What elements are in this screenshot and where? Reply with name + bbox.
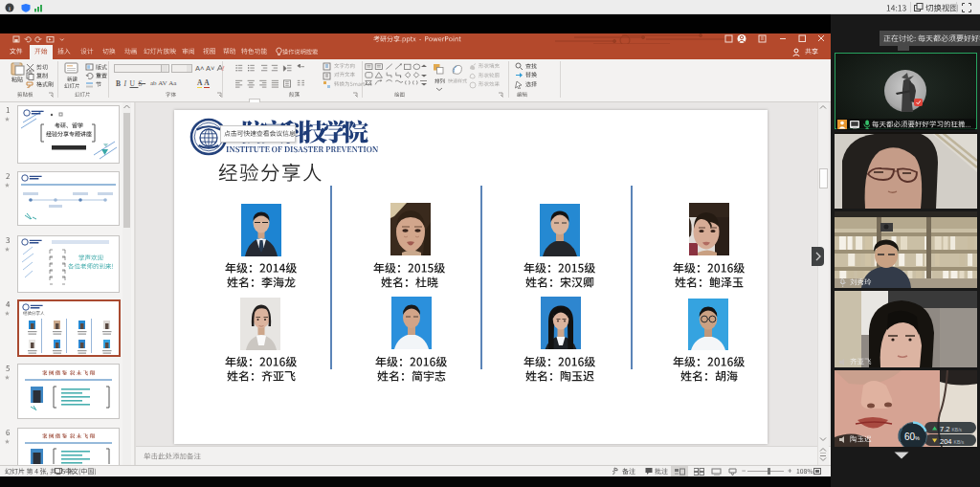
svg-text:204 KB/s: 204 KB/s bbox=[940, 437, 965, 446]
svg-text:i: i bbox=[9, 5, 11, 12]
svg-text:7.2 KB/s: 7.2 KB/s bbox=[940, 425, 963, 433]
